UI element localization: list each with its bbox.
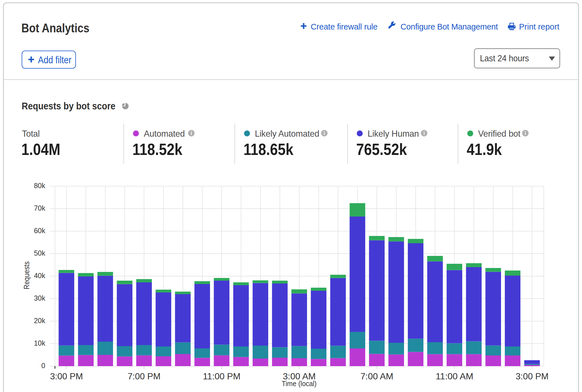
svg-text:7:00 PM: 7:00 PM (128, 371, 161, 381)
svg-text:70k: 70k (34, 204, 46, 212)
svg-text:80k: 80k (34, 182, 46, 190)
svg-text:30k: 30k (34, 294, 46, 302)
svg-text:Requests: Requests (22, 262, 31, 290)
svg-text:40k: 40k (34, 272, 46, 280)
svg-text:Time (local): Time (local) (282, 380, 317, 388)
svg-text:11:00 AM: 11:00 AM (436, 371, 473, 381)
svg-text:0: 0 (41, 362, 45, 370)
svg-text:7:00 AM: 7:00 AM (360, 371, 393, 381)
svg-text:20k: 20k (34, 317, 46, 325)
svg-text:3:00 PM: 3:00 PM (516, 371, 549, 381)
svg-text:11:00 PM: 11:00 PM (203, 371, 240, 381)
svg-text:10k: 10k (34, 339, 46, 347)
svg-text:3:00 PM: 3:00 PM (50, 371, 83, 381)
svg-text:60k: 60k (34, 227, 46, 235)
svg-text:50k: 50k (34, 249, 46, 257)
